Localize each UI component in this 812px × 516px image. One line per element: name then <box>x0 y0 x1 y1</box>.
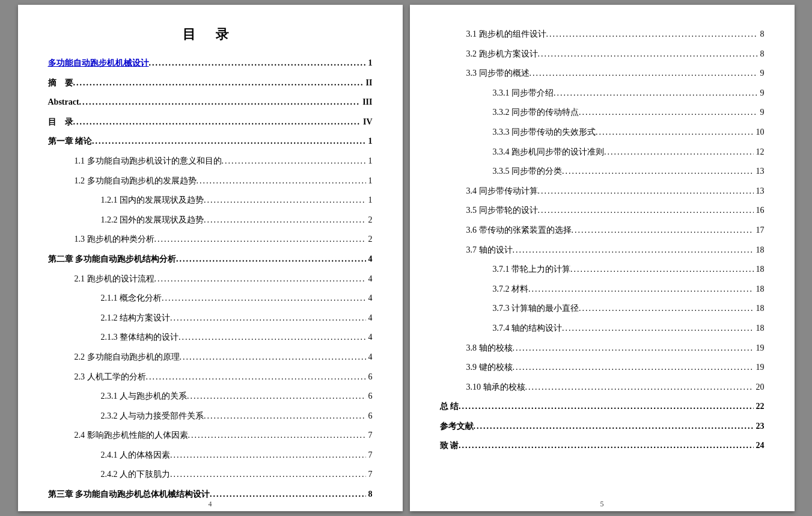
toc-entry-label: 致 谢 <box>440 438 459 454</box>
toc-entry-label: 3.6 带传动的张紧装置的选择 <box>466 223 572 239</box>
toc-entry-label: 第一章 绪论 <box>48 134 93 150</box>
toc-dots <box>538 203 754 219</box>
toc-dots <box>162 290 366 307</box>
toc-entry: 3.9 键的校核19 <box>440 360 765 376</box>
toc-entry: 3.7 轴的设计18 <box>440 242 765 259</box>
toc-dots <box>570 262 754 278</box>
toc-entry-label: 3.7.3 计算轴的最小直径 <box>493 301 579 317</box>
toc-entry-label: 3.4 同步带传动计算 <box>466 183 538 200</box>
toc-entry-label: 3.7.2 材料 <box>493 281 529 298</box>
toc-entry-label: 1.2 多功能自动跑步机的发展趋势 <box>75 173 197 189</box>
toc-entry: 3.1 跑步机的组件设计8 <box>440 26 765 43</box>
toc-entry: 1.3 跑步机的种类分析2 <box>48 232 373 248</box>
toc-entry: 2.4 影响跑步机性能的人体因素7 <box>48 428 373 444</box>
toc-dots <box>562 164 754 180</box>
toc-entry-page: 7 <box>366 447 373 464</box>
toc-entry: 2.3.1 人与跑步机的关系6 <box>48 389 373 405</box>
toc-entry-label: 2.1.3 整体结构的设计 <box>101 330 179 346</box>
toc-entry-label: 3.3.1 同步带介绍 <box>493 85 554 102</box>
toc-dots <box>528 281 754 298</box>
toc-entry: 致 谢24 <box>440 438 765 454</box>
toc-entry-page: 10 <box>754 124 765 141</box>
toc-entry-page: 7 <box>366 428 373 444</box>
toc-dots <box>554 85 758 102</box>
toc-entry-label: 摘 要 <box>48 75 73 91</box>
toc-dots <box>73 75 364 91</box>
toc-entry-label: 1.2.2 国外的发展现状及趋势 <box>101 212 204 229</box>
toc-entry-page: 20 <box>754 379 765 396</box>
toc-entry-page: 19 <box>754 360 765 376</box>
toc-entry-page: 9 <box>758 66 765 82</box>
toc-entry-page: 2 <box>366 232 373 248</box>
toc-entry-page: 4 <box>366 251 373 268</box>
page-number-right: 5 <box>410 500 795 509</box>
toc-entry: 3.6 带传动的张紧装置的选择17 <box>440 223 765 239</box>
toc-entry-page: 1 <box>366 55 373 72</box>
toc-entry-label: 参考文献 <box>440 419 474 435</box>
toc-entry-label: 3.8 轴的校核 <box>466 340 513 357</box>
toc-entry: 3.3.3 同步带传动的失效形式10 <box>440 124 765 141</box>
toc-entry-page: 13 <box>754 183 765 200</box>
toc-entry: 摘 要II <box>48 75 373 91</box>
toc-dots <box>79 94 361 111</box>
toc-entry: 2.1 跑步机的设计流程4 <box>48 271 373 287</box>
toc-dots <box>176 251 366 268</box>
toc-entry-label: 2.2 多功能自动跑步机的原理 <box>75 349 180 366</box>
toc-dots <box>579 301 754 317</box>
page-number-left: 4 <box>18 500 403 509</box>
toc-dots <box>538 183 754 200</box>
toc-dots <box>149 55 366 72</box>
toc-entry-page: 19 <box>754 340 765 357</box>
toc-entry-label: 3.3.5 同步带的分类 <box>493 164 563 180</box>
toc-dots <box>188 428 366 444</box>
toc-dots <box>204 408 366 425</box>
toc-entry-label: 3.7.1 带轮上力的计算 <box>493 262 571 278</box>
toc-entry-page: 6 <box>366 389 373 405</box>
toc-entry: 2.4.2 人的下肢肌力7 <box>48 467 373 483</box>
toc-entry-label: 3.3.4 跑步机同步带的设计准则 <box>493 144 605 161</box>
toc-dots <box>179 330 366 346</box>
toc-entry-label: 2.4.2 人的下肢肌力 <box>101 467 171 483</box>
toc-entry-page: 6 <box>366 369 373 385</box>
toc-dots <box>204 192 366 209</box>
toc-entry-page: 9 <box>758 105 765 121</box>
toc-entry-label: 第二章 多功能自动跑步机结构分析 <box>48 251 177 268</box>
toc-entry-page: 1 <box>366 153 373 170</box>
toc-entry-label: 1.1 多功能自动跑步机设计的意义和目的 <box>75 153 222 170</box>
toc-list-left: 多功能自动跑步机机械设计1摘 要IIAbstractIII目 录IV第一章 绪论… <box>48 55 373 503</box>
toc-entry: 2.2 多功能自动跑步机的原理4 <box>48 349 373 366</box>
toc-dots <box>474 419 754 435</box>
toc-entry-page: 7 <box>366 467 373 483</box>
toc-entry-label: 1.2.1 国内的发展现状及趋势 <box>101 192 204 209</box>
toc-entry-label: 3.3.3 同步带传动的失效形式 <box>493 124 596 141</box>
toc-entry-page: III <box>360 94 372 111</box>
toc-dots <box>538 46 758 63</box>
toc-entry-page: 1 <box>366 192 373 209</box>
toc-entry: 第一章 绪论1 <box>48 134 373 150</box>
toc-dots <box>170 447 366 464</box>
toc-entry-page: II <box>364 75 373 91</box>
toc-entry-label: 2.4.1 人的体格因素 <box>101 447 171 464</box>
toc-dots <box>579 105 758 121</box>
toc-dots <box>530 66 758 82</box>
toc-entry-label: 3.9 键的校核 <box>466 360 513 376</box>
toc-entry-page: 16 <box>754 203 765 219</box>
toc-entry-page: 18 <box>754 242 765 259</box>
toc-entry: 3.2 跑步机方案设计8 <box>440 46 765 63</box>
toc-entry-label: 2.1 跑步机的设计流程 <box>75 271 154 287</box>
toc-entry-label: 2.3.2 人与动力接受部件关系 <box>101 408 204 425</box>
toc-entry: 3.3.1 同步带介绍9 <box>440 85 765 102</box>
page-right: 3.1 跑步机的组件设计83.2 跑步机方案设计83.3 同步带的概述93.3.… <box>410 5 795 511</box>
toc-entry: 3.7.4 轴的结构设计18 <box>440 321 765 337</box>
toc-entry: 第二章 多功能自动跑步机结构分析4 <box>48 251 373 268</box>
toc-dots <box>187 389 366 405</box>
toc-entry: 3.7.3 计算轴的最小直径18 <box>440 301 765 317</box>
toc-entry: 3.3.4 跑步机同步带的设计准则12 <box>440 144 765 161</box>
toc-entry-label: 2.3 人机工学的分析 <box>75 369 146 385</box>
toc-entry-page: 8 <box>758 46 765 63</box>
toc-entry-label: 2.4 影响跑步机性能的人体因素 <box>75 428 188 444</box>
toc-entry-label: 2.3.1 人与跑步机的关系 <box>101 389 188 405</box>
toc-dots <box>546 26 758 43</box>
toc-entry-link[interactable]: 多功能自动跑步机机械设计 <box>48 55 149 72</box>
toc-title: 目 录 <box>48 25 373 43</box>
